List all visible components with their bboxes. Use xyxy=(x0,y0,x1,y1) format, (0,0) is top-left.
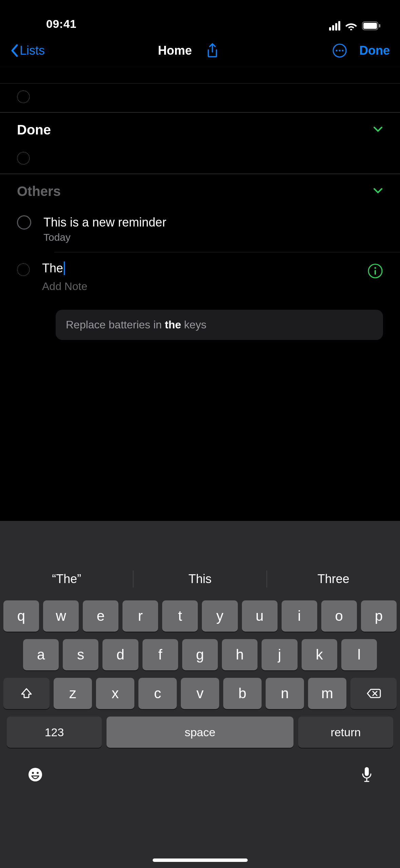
svg-point-14 xyxy=(28,768,42,781)
section-title: Others xyxy=(17,184,61,199)
nav-bar: Lists Home Done xyxy=(0,34,400,67)
key-v[interactable]: v xyxy=(181,678,219,709)
svg-point-8 xyxy=(375,267,376,269)
done-button[interactable]: Done xyxy=(359,43,390,58)
keyboard-row-4: 123 space return xyxy=(3,717,397,756)
mic-icon xyxy=(361,766,373,783)
empty-reminder-row[interactable] xyxy=(0,145,400,171)
key-i[interactable]: i xyxy=(282,600,317,632)
reminder-title-input[interactable]: The xyxy=(42,261,355,275)
key-q[interactable]: q xyxy=(3,600,39,632)
svg-rect-9 xyxy=(375,270,376,275)
key-j[interactable]: j xyxy=(262,639,297,670)
key-t[interactable]: t xyxy=(162,600,198,632)
text-caret xyxy=(64,261,65,275)
key-123[interactable]: 123 xyxy=(7,717,102,748)
keyboard-bottom-bar xyxy=(0,756,400,793)
section-title: Done xyxy=(17,122,51,138)
prediction-right[interactable]: Three xyxy=(267,572,400,586)
reminder-row-editing[interactable]: The Add Note xyxy=(0,252,400,302)
key-d[interactable]: d xyxy=(102,639,138,670)
key-k[interactable]: k xyxy=(302,639,337,670)
key-g[interactable]: g xyxy=(182,639,218,670)
key-n[interactable]: n xyxy=(266,678,304,709)
keyboard: “The” This Three q w e r t y u i o p a s… xyxy=(0,521,400,868)
keyboard-row-3: z x c v b n m xyxy=(3,678,397,709)
key-m[interactable]: m xyxy=(308,678,346,709)
svg-rect-1 xyxy=(363,23,377,29)
emoji-icon xyxy=(27,766,43,783)
chevron-down-icon[interactable] xyxy=(373,187,383,196)
key-c[interactable]: c xyxy=(138,678,177,709)
svg-rect-17 xyxy=(365,767,369,776)
chevron-down-icon[interactable] xyxy=(373,126,383,134)
keyboard-row-2: a s d f g h j k l xyxy=(3,639,397,670)
reminder-date: Today xyxy=(43,232,383,243)
svg-point-15 xyxy=(32,772,34,774)
reminder-title: This is a new reminder xyxy=(43,215,383,230)
key-r[interactable]: r xyxy=(122,600,158,632)
ellipsis-circle-icon xyxy=(332,43,347,58)
siri-suggestion[interactable]: Replace batteries in the keys xyxy=(56,310,383,340)
info-button[interactable] xyxy=(367,263,383,279)
status-bar: 09:41 xyxy=(0,0,400,34)
note-placeholder[interactable]: Add Note xyxy=(42,280,355,293)
svg-point-5 xyxy=(339,50,341,51)
key-y[interactable]: y xyxy=(202,600,237,632)
key-a[interactable]: a xyxy=(23,639,59,670)
backspace-icon xyxy=(366,688,381,699)
prediction-left[interactable]: “The” xyxy=(0,572,133,586)
key-x[interactable]: x xyxy=(96,678,134,709)
page-title: Home xyxy=(158,43,192,58)
list-content: Doing Done Others This is a new reminder… xyxy=(0,67,400,521)
status-right xyxy=(329,21,381,31)
emoji-button[interactable] xyxy=(27,766,43,783)
key-z[interactable]: z xyxy=(54,678,92,709)
key-u[interactable]: u xyxy=(242,600,278,632)
key-l[interactable]: l xyxy=(341,639,377,670)
section-header-done[interactable]: Done xyxy=(0,115,400,145)
key-space[interactable]: space xyxy=(107,717,293,748)
reminder-row[interactable]: This is a new reminder Today xyxy=(0,206,400,252)
back-label: Lists xyxy=(20,43,45,58)
section-header-doing-partial: Doing xyxy=(0,67,400,84)
empty-radio-icon xyxy=(17,263,30,276)
svg-point-6 xyxy=(342,50,344,51)
share-button[interactable] xyxy=(206,42,219,59)
status-time: 09:41 xyxy=(46,17,76,31)
svg-rect-2 xyxy=(379,24,380,28)
key-w[interactable]: w xyxy=(43,600,79,632)
key-h[interactable]: h xyxy=(222,639,258,670)
cellular-icon xyxy=(329,21,340,31)
info-circle-icon xyxy=(367,263,383,279)
empty-radio-icon xyxy=(17,90,30,103)
empty-radio-icon xyxy=(17,152,30,165)
key-s[interactable]: s xyxy=(63,639,98,670)
home-indicator[interactable] xyxy=(153,858,248,862)
battery-icon xyxy=(362,21,381,30)
key-b[interactable]: b xyxy=(223,678,262,709)
share-icon xyxy=(206,42,219,59)
back-button[interactable]: Lists xyxy=(10,43,45,58)
prediction-bar: “The” This Three xyxy=(0,562,400,596)
key-backspace[interactable] xyxy=(350,678,397,709)
section-header-others[interactable]: Others xyxy=(0,176,400,206)
key-return[interactable]: return xyxy=(298,717,393,748)
chevron-left-icon xyxy=(10,44,18,57)
key-o[interactable]: o xyxy=(321,600,357,632)
more-button[interactable] xyxy=(332,43,347,58)
dictation-button[interactable] xyxy=(361,766,373,783)
svg-point-4 xyxy=(336,50,338,51)
keyboard-row-1: q w e r t y u i o p xyxy=(3,600,397,632)
key-p[interactable]: p xyxy=(361,600,397,632)
prediction-middle[interactable]: This xyxy=(133,572,266,586)
key-e[interactable]: e xyxy=(83,600,118,632)
wifi-icon xyxy=(345,21,357,30)
svg-point-16 xyxy=(37,772,39,774)
radio-unchecked-icon[interactable] xyxy=(17,215,31,230)
key-shift[interactable] xyxy=(3,678,50,709)
shift-icon xyxy=(20,687,33,700)
key-f[interactable]: f xyxy=(142,639,178,670)
empty-reminder-row[interactable] xyxy=(0,84,400,110)
